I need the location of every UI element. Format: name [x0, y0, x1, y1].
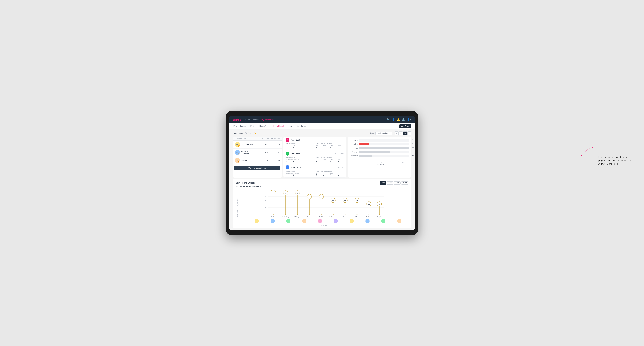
player-row[interactable]: RB 1 Richard Butler 19/20 110 — [233, 141, 282, 149]
practice-header: Practice — [294, 145, 300, 147]
edit-icon[interactable]: ✏️ — [254, 132, 256, 134]
streak-val-9: 3x — [368, 203, 370, 205]
table-view-button[interactable]: ↕ — [408, 131, 411, 135]
streaks-title: Best Round Streaks — [236, 182, 256, 184]
bar-row-dbogeys: D. Bogeys + 131 — [350, 155, 410, 158]
psc-header: RB Rees Britt 02 Sep 2023 — [286, 152, 344, 156]
streak-dot-9 — [368, 214, 370, 215]
streak-val-4: 5x — [309, 196, 310, 198]
player-info: C 3 Cameron... — [235, 158, 255, 163]
sub-nav-pga[interactable]: PGA — [250, 123, 255, 129]
nav-my-performance[interactable]: My Performance — [262, 118, 276, 121]
bar-row-birdies: Birdies 96 — [350, 143, 410, 145]
team-title: Team Clippd — [233, 132, 244, 134]
y-tick-7: 7 — [265, 190, 266, 191]
logo: clippd — [233, 118, 242, 121]
players-label: Players — [240, 224, 408, 226]
bar-fill — [359, 151, 390, 153]
arrow-annotation: ← — [257, 181, 259, 184]
streak-val-10: 3x — [379, 203, 380, 205]
rounds-group: Total Rounds Tournament Practice 8 4 — [286, 157, 314, 162]
list-view-button[interactable]: ≡ — [399, 131, 403, 135]
practice-val: 6 — [293, 147, 300, 149]
show-label: Show — [370, 132, 374, 134]
user-icon[interactable]: 👤 — [392, 118, 395, 121]
filter-ott-button[interactable]: OTT — [380, 181, 386, 184]
bar-track: 3 — [359, 139, 410, 142]
show-section: Show Last 3 months Last 6 months Last 12… — [370, 131, 411, 135]
streaks-header: Best Round Streaks ← OTT APP ARG PUTT — [236, 181, 408, 184]
streak-player-10: C. Quick — [377, 216, 382, 218]
filter-app-button[interactable]: APP — [387, 181, 393, 184]
streak-avatar-4: JC — [302, 219, 306, 223]
bar-value: 3 — [412, 139, 413, 141]
bar-fill — [359, 147, 409, 149]
streak-player-8: M. Miller — [354, 216, 360, 218]
streak-val-1: 7x — [273, 190, 274, 191]
view-leaderboard-button[interactable]: View Full Leaderboard — [234, 166, 280, 170]
psc-stats-row: Total Rounds Tournament Practice 7 6 — [286, 143, 344, 149]
sub-nav-all-players[interactable]: All Players — [296, 123, 307, 129]
streak-player-1: E. Ewert — [271, 216, 276, 218]
total-rounds-label: Total Rounds — [286, 157, 314, 158]
sub-nav-hcaps[interactable]: Hcaps 1-5 — [259, 123, 269, 129]
streak-player-6: E. Crossman — [329, 216, 337, 218]
psc-avatar: JC — [286, 165, 290, 169]
sub-nav-team-clippd[interactable]: Team Clippd — [272, 123, 284, 129]
player-stat-card: RB Rees Britt 02 Sep 2023 Total Rounds T… — [284, 150, 346, 164]
streak-dot-10 — [379, 214, 380, 215]
rank-badge: 2 — [238, 153, 240, 155]
add-team-button[interactable]: Add Team — [399, 124, 411, 128]
psc-name: Josh Coles — [291, 166, 334, 168]
streak-dot-1 — [273, 214, 274, 215]
bar-chart-panel: Eagles 3 Birdies — [348, 137, 411, 177]
filter-arg-button[interactable]: ARG — [394, 181, 400, 184]
streak-dot-2 — [285, 214, 286, 215]
avatar: RB 1 — [235, 142, 240, 147]
practice-group: Total Practice Activities OTT APP ARG PU… — [316, 143, 344, 149]
streak-avatar-6: EC — [334, 219, 338, 223]
player-row[interactable]: C 3 Cameron... 17/20 103 — [233, 156, 282, 164]
card-view-button[interactable]: ▦ — [403, 131, 407, 135]
settings-icon[interactable]: ⚙️ — [402, 118, 405, 121]
streak-val-7: 4x — [344, 200, 346, 201]
streak-val-6: 4x — [332, 200, 334, 201]
annotation-box: Here you can see streaks your players ha… — [598, 156, 634, 166]
player-name: Edward Crossman — [241, 150, 255, 155]
practice-activities-label: Total Practice Activities — [316, 143, 344, 145]
x-label-400: 400 — [402, 162, 404, 163]
player-score: 18/20 — [255, 151, 269, 154]
pb-score-header: PB SCORE — [255, 138, 269, 140]
streak-dot-5 — [321, 214, 322, 215]
show-period-select[interactable]: Last 3 months Last 6 months Last 12 mont… — [376, 132, 392, 135]
streak-val-2: 6x — [285, 192, 286, 194]
player-info: RB 1 Richard Butler — [235, 142, 255, 147]
sub-nav-tour[interactable]: Tour — [288, 123, 293, 129]
streak-dot-7 — [344, 214, 346, 215]
total-rounds-label: Total Rounds — [286, 143, 314, 145]
bar-row-pars: Pars 499 — [350, 147, 410, 149]
account-icon[interactable]: 👤▾ — [407, 118, 411, 121]
nav-home[interactable]: Home — [245, 118, 250, 121]
search-icon[interactable]: 🔍 — [387, 118, 390, 121]
bar-fill — [359, 143, 368, 145]
player-row[interactable]: EC 2 Edward Crossman 18/20 107 — [233, 149, 282, 156]
sub-nav-pgat[interactable]: PGAT Players — [233, 123, 246, 129]
practice-group: Total Practice Activities OTT APP ARG PU… — [316, 157, 344, 162]
y-tick-2: 2 — [265, 207, 266, 208]
filter-putt-button[interactable]: PUTT — [401, 181, 408, 184]
bell-icon[interactable]: 🔔 — [397, 118, 400, 121]
bar-label: D. Bogeys + — [350, 155, 359, 158]
rounds-group: Total Rounds Tournament Practice 7 6 — [286, 143, 314, 149]
x-axis-labels: 0 200 400 — [350, 162, 410, 163]
streak-val-8: 4x — [356, 200, 358, 201]
tablet-screen: clippd Home Teams My Performance 🔍 👤 🔔 ⚙… — [229, 116, 415, 230]
grid-view-button[interactable]: ⊞ — [395, 131, 399, 135]
streak-val-5: 5x — [320, 196, 322, 198]
bar-value: 96 — [412, 143, 413, 145]
nav-right: 🔍 👤 🔔 ⚙️ 👤▾ — [387, 118, 411, 121]
bar-chart-area: Eagles 3 Birdies — [350, 138, 410, 161]
pb-avg-header: PB AVG SQ — [269, 138, 280, 140]
chart-x-title: Total Shots — [350, 163, 410, 165]
nav-teams[interactable]: Teams — [253, 118, 259, 121]
